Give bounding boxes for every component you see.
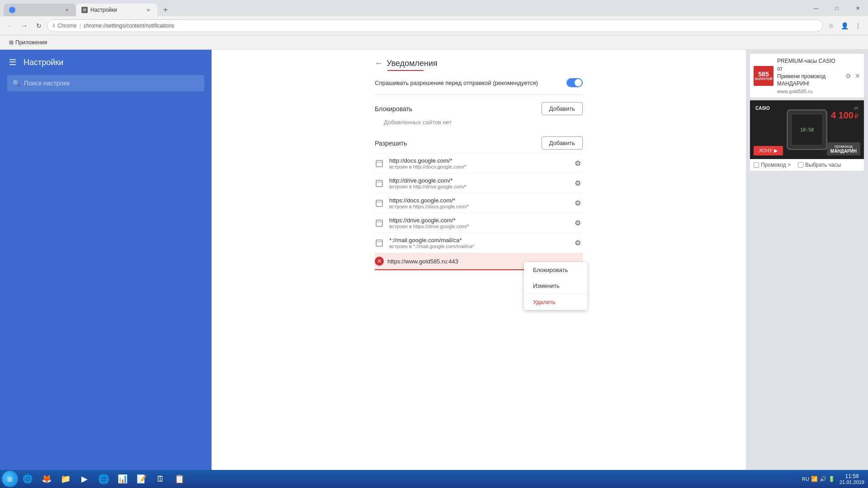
forward-button[interactable]: → — [18, 19, 31, 32]
reload-button[interactable]: ↻ — [33, 19, 45, 32]
context-change-item[interactable]: Изменить — [524, 278, 587, 294]
casio-brand-text: CASIO — [755, 106, 770, 111]
promo-code: МАНДАРИН — [830, 149, 857, 154]
price-from: от — [831, 106, 859, 110]
apps-label: Приложения — [15, 39, 47, 46]
allow-section-header: Разрешить Добавить — [375, 129, 583, 153]
page-title: Уведомления — [387, 59, 438, 68]
promo-box: промокод МАНДАРИН — [827, 142, 860, 155]
block-add-button[interactable]: Добавить — [542, 102, 583, 115]
site-gear-1[interactable]: ⚙ — [573, 177, 583, 189]
search-input[interactable] — [24, 80, 199, 87]
tab-1[interactable]: ✕ — [4, 4, 76, 16]
start-button[interactable]: ⊞ — [2, 471, 18, 487]
context-delete-item[interactable]: Удалить — [524, 294, 587, 310]
bookmark-star-button[interactable]: ☆ — [825, 19, 837, 32]
taskbar-item-8[interactable]: 📋 — [171, 472, 189, 486]
site-url-2: https://docs.google.com/* — [389, 197, 573, 204]
network-icon: 📶 — [811, 476, 818, 482]
site-gear-0[interactable]: ⚙ — [573, 157, 583, 169]
clock-time: 11:59 — [840, 473, 864, 479]
ask-permission-toggle[interactable] — [566, 78, 583, 87]
site-entry-0: http://docs.google.com/* встроен в http:… — [375, 153, 583, 173]
context-menu: Блокировать Изменить Удалить — [524, 262, 587, 310]
settings-header: ☰ Настройки — [0, 50, 212, 75]
block-label: Блокировать — [375, 105, 412, 113]
price-badge: от 4 100 ₽ — [831, 106, 859, 121]
taskbar-icon-2: 📁 — [61, 474, 71, 484]
site-entry-4: *://mail.google.com/mail/ca* встроен в *… — [375, 233, 583, 253]
site-info-3: https://drive.google.com/* встроен в htt… — [389, 217, 573, 229]
ad-links: Промокод > Выбрать часы — [750, 159, 864, 171]
clock-date: 21.01.2019 — [840, 479, 864, 485]
site-gear-3[interactable]: ⚙ — [573, 217, 583, 229]
back-button-page[interactable]: ← — [375, 59, 383, 68]
want-button[interactable]: ХОЧУ ▶ — [754, 146, 783, 155]
site-embedded-0: встроен в http://docs.google.com/* — [389, 164, 573, 169]
start-icon: ⊞ — [7, 475, 13, 483]
site-entry-1: http://drive.google.com/* встроен в http… — [375, 173, 583, 193]
svg-rect-0 — [376, 160, 382, 167]
taskbar-item-2[interactable]: 📁 — [57, 472, 75, 486]
taskbar-item-0[interactable]: 🌐 — [19, 472, 37, 486]
taskbar-item-7[interactable]: 🗓 — [152, 472, 170, 486]
ad-link-0[interactable]: Промокод > — [754, 162, 791, 168]
site-info-0: http://docs.google.com/* встроен в http:… — [389, 157, 573, 169]
tab-1-close[interactable]: ✕ — [63, 6, 71, 14]
chrome-label: Chrome — [57, 23, 77, 29]
ad-gear-icon[interactable]: ⚙ — [845, 72, 851, 80]
search-bar-area: 🔍 — [0, 75, 212, 97]
site-url-3: https://drive.google.com/* — [389, 217, 573, 224]
taskbar-icon-5: 📊 — [118, 474, 127, 484]
taskbar-icon-7: 🗓 — [156, 474, 165, 484]
context-block-item[interactable]: Блокировать — [524, 262, 587, 278]
ad-site: www.gold585.ru — [777, 89, 842, 94]
site-url-4: *://mail.google.com/mail/ca* — [389, 237, 573, 244]
ad-panel: 585 ЗОЛОТОЙ PREMIUM-часы CASIO от Примен… — [746, 50, 868, 470]
ad-subtitle: Примени промокод МАНДАРИН! — [777, 73, 842, 88]
allow-add-button[interactable]: Добавить — [542, 136, 583, 150]
new-tab-button[interactable]: + — [159, 4, 172, 16]
maximize-button[interactable]: □ — [826, 2, 847, 14]
systray-icons: RU 📶 🔊 🔋 — [802, 476, 835, 482]
ad-link-1[interactable]: Выбрать часы — [798, 162, 841, 168]
minimize-button[interactable]: — — [806, 2, 826, 14]
promo-link-label: Промокод > — [761, 162, 791, 168]
site-gear-2[interactable]: ⚙ — [573, 197, 583, 209]
menu-button[interactable]: ⋮ — [852, 19, 864, 32]
ad-header: 585 ЗОЛОТОЙ PREMIUM-часы CASIO от Примен… — [750, 54, 864, 98]
taskbar-item-4[interactable]: 🌐 — [95, 472, 113, 486]
tab-2[interactable]: ⚙ Настройки ✕ — [76, 4, 157, 16]
apps-grid-icon: ⊞ — [9, 39, 14, 46]
bookmarks-apps-item[interactable]: ⊞ Приложения — [5, 36, 51, 49]
main-content: ← Уведомления Спрашивать разрешение пере… — [212, 50, 746, 470]
address-bar[interactable]: ℹ Chrome | chrome://settings/content/not… — [47, 19, 823, 32]
ad-close-button[interactable]: ✕ — [855, 72, 860, 80]
watch-visual: 10:58 — [787, 109, 827, 150]
clock-area: 11:59 21.01.2019 — [838, 473, 866, 485]
ad-title: PREMIUM-часы CASIO от — [777, 57, 842, 73]
svg-rect-6 — [376, 220, 382, 226]
price-amount: 4 100 — [831, 110, 854, 121]
tab-2-close[interactable]: ✕ — [145, 6, 152, 14]
taskbar-item-3[interactable]: ▶ — [76, 472, 94, 486]
taskbar-item-5[interactable]: 📊 — [114, 472, 132, 486]
promo-label: промокод — [830, 144, 857, 149]
block-circle-icon: ✕ — [375, 257, 384, 266]
site-embedded-3: встроен в https://drive.google.com/* — [389, 224, 573, 229]
svg-rect-8 — [376, 240, 382, 246]
account-button[interactable]: 👤 — [838, 19, 851, 32]
hamburger-icon[interactable]: ☰ — [9, 57, 16, 67]
promo-checkbox[interactable] — [754, 162, 759, 168]
back-button[interactable]: ← — [4, 19, 16, 32]
watch-checkbox[interactable] — [798, 162, 803, 168]
volume-icon: 🔊 — [820, 476, 826, 482]
ad-image: CASIO 10:58 от 4 100 ₽ ХОЧУ — [750, 100, 864, 159]
site-icon-4 — [375, 239, 384, 248]
site-gear-4[interactable]: ⚙ — [573, 237, 583, 249]
block-empty-label: Добавленных сайтов нет — [375, 119, 583, 126]
taskbar-item-1[interactable]: 🦊 — [38, 472, 56, 486]
taskbar-item-6[interactable]: 📝 — [133, 472, 151, 486]
close-button[interactable]: ✕ — [847, 2, 868, 14]
url-text: chrome://settings/content/notifications — [84, 23, 175, 29]
